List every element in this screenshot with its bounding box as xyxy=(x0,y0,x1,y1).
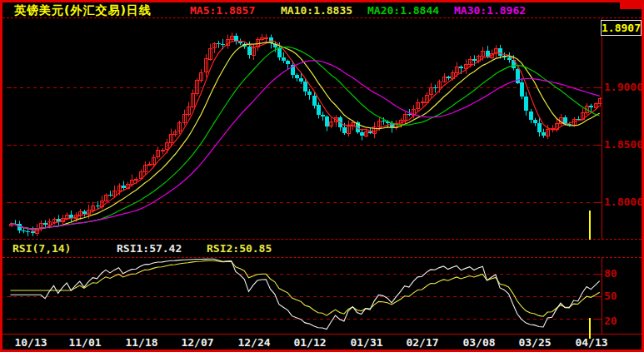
ma10-legend-label: MA10:1.8835 xyxy=(281,3,352,17)
date-label-1118: 11/18 xyxy=(123,336,160,350)
chart-window: 英镑美元(外汇交易)日线 MA5:1.8857 MA10:1.8835 MA20… xyxy=(0,0,644,352)
cursor-line-main xyxy=(589,211,591,240)
price-axis-divider xyxy=(602,18,602,335)
window-corner-decoration xyxy=(620,2,643,9)
rsi-tick-50: 50 xyxy=(604,288,629,305)
date-label-0325: 03/25 xyxy=(517,336,553,350)
price-tick-18000: 1.8000 xyxy=(604,194,642,211)
cursor-line-rsi xyxy=(589,318,591,339)
rsi2-value-label: RSI2:50.85 xyxy=(207,240,272,257)
date-label-1013: 10/13 xyxy=(12,336,49,350)
chart-title: 英镑美元(外汇交易)日线 xyxy=(14,3,152,17)
ma30-legend-label: MA30:1.8962 xyxy=(454,3,526,17)
rsi-tick-80: 80 xyxy=(604,265,629,282)
date-label-1224: 12/24 xyxy=(236,336,272,350)
main-chart-canvas[interactable] xyxy=(7,18,602,239)
date-axis-divider xyxy=(2,334,642,335)
rsi-chart-canvas[interactable] xyxy=(7,258,602,334)
price-tick-19000: 1.9000 xyxy=(604,79,642,96)
date-label-1207: 12/07 xyxy=(179,336,216,350)
date-label-1101: 11/01 xyxy=(67,336,103,350)
date-label-0131: 01/31 xyxy=(348,336,385,350)
rsi-indicator-label: RSI(7,14) xyxy=(12,240,71,257)
date-label-0413: 04/13 xyxy=(573,336,610,350)
rsi-tick-20: 20 xyxy=(604,313,629,330)
date-label-0217: 02/17 xyxy=(404,336,441,350)
date-label-0308: 03/08 xyxy=(461,336,497,350)
rsi1-value-label: RSI1:57.42 xyxy=(117,240,182,257)
price-tick-18500: 1.8500 xyxy=(604,136,642,153)
ma5-legend-label: MA5:1.8857 xyxy=(190,3,255,17)
ma20-legend-label: MA20:1.8844 xyxy=(367,3,439,17)
rsi-header-strip: RSI(7,14) RSI1:57.42 RSI2:50.85 xyxy=(2,239,642,258)
last-price-badge: 1.8907 xyxy=(601,20,642,36)
date-label-0112: 01/12 xyxy=(292,336,328,350)
